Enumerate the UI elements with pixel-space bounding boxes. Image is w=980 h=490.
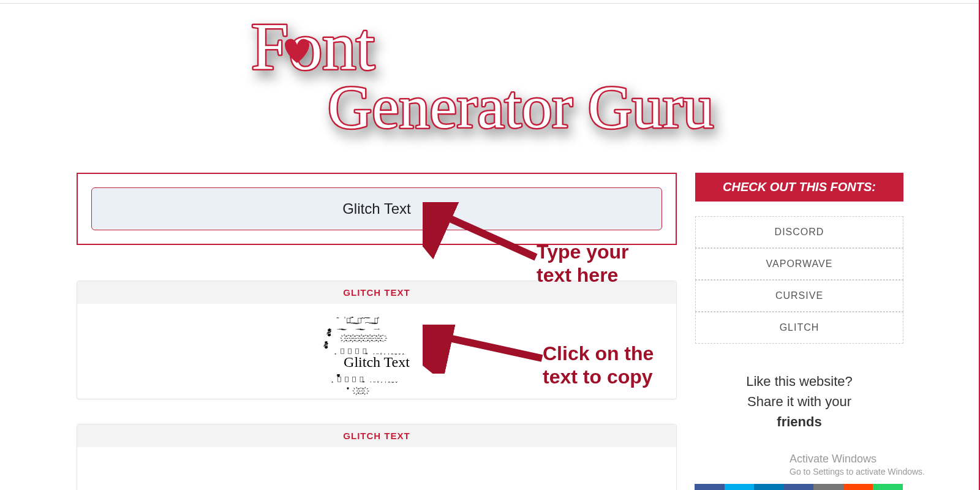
glitch-text-output-2: Glitch Text [328,466,426,490]
share-fb[interactable] [695,484,725,490]
share-line-3: friends [695,412,903,432]
share-box: Like this website? Share it with your fr… [695,371,903,432]
share-li[interactable] [754,484,784,490]
share-line-2: Share it with your [695,391,903,412]
share-ms[interactable] [784,484,814,490]
result-body-1[interactable]: ᷉ ̾ ͐ ͋ ͒ ͛ ᷄ ᷅ ᷇ ᷈ ᷉ ͐ ͋ ͢ ͟ ͜ ͡ ͠ ͞ ͝ … [77,304,676,399]
logo-svg: Font Generator Guru [239,11,741,152]
result-card-2: GLITCH TEXT Glitch Text [77,424,677,490]
share-rd[interactable] [843,484,873,490]
share-button-strip [695,484,903,490]
logo-word-generator-guru: Generator Guru [328,73,714,141]
glitch-text-output: ᷉ ̾ ͐ ͋ ͒ ͛ ᷄ ᷅ ᷇ ᷈ ᷉ ͐ ͋ ͢ ͟ ͜ ͡ ͠ ͞ ͝ … [328,322,426,383]
result-card-1: GLITCH TEXT ᷉ ̾ ͐ ͋ ͒ ͛ ᷄ ᷅ ᷇ ᷈ ᷉ ͐ ͋ ͢ … [77,281,677,399]
glitch-base-text: Glitch Text [328,354,426,371]
share-tw[interactable] [725,484,755,490]
text-input[interactable] [91,187,662,230]
share-em[interactable] [813,484,843,490]
site-logo: Font Generator Guru [0,0,980,154]
sidebar-heading: CHECK OUT THIS FONTS: [695,173,903,202]
main-column: GLITCH TEXT ᷉ ̾ ͐ ͋ ͒ ͛ ᷄ ᷅ ᷇ ᷈ ᷉ ͐ ͋ ͢ … [77,173,677,490]
sidebar-item-discord[interactable]: DISCORD [695,216,903,248]
input-container [77,173,677,245]
share-wa[interactable] [873,484,903,490]
sidebar-item-vaporwave[interactable]: VAPORWAVE [695,248,903,280]
result-header-2: GLITCH TEXT [77,424,676,447]
result-body-2[interactable]: Glitch Text [77,447,676,490]
sidebar-item-cursive[interactable]: CURSIVE [695,280,903,312]
font-list: DISCORD VAPORWAVE CURSIVE GLITCH [695,216,903,344]
sidebar-item-glitch[interactable]: GLITCH [695,312,903,344]
result-header: GLITCH TEXT [77,281,676,304]
sidebar: CHECK OUT THIS FONTS: DISCORD VAPORWAVE … [695,173,903,432]
share-line-1: Like this website? [695,371,903,391]
